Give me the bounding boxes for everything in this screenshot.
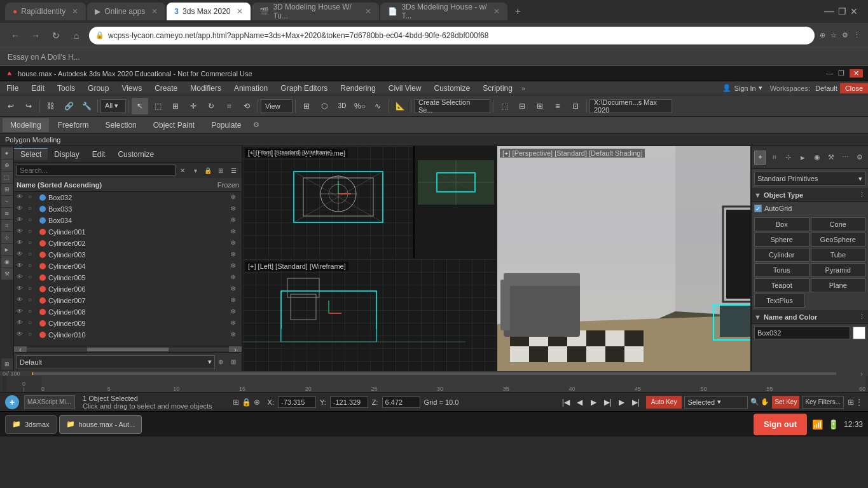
move-button[interactable]: ✛ (185, 98, 202, 114)
keyfilters-button[interactable]: Key Filters... (802, 396, 844, 409)
autokey-button[interactable]: Auto Key (646, 396, 682, 409)
layout-button[interactable]: ⊟ (514, 98, 530, 114)
new-tab-button[interactable]: + (509, 3, 527, 20)
eye-icon[interactable]: 👁 (17, 319, 25, 328)
object-name-input[interactable] (754, 327, 850, 339)
render-icon[interactable]: ○ (28, 330, 37, 339)
render-icon[interactable]: ○ (28, 216, 37, 225)
curve-editor-button[interactable]: ⊡ (567, 98, 584, 114)
name-color-header[interactable]: ▼ Name and Color ⋮ (752, 310, 868, 324)
menu-file[interactable]: File (0, 81, 25, 95)
y-coordinate-input[interactable] (330, 396, 368, 408)
object-type-header[interactable]: ▼ Object Type ⋮ (752, 188, 868, 202)
box-button[interactable]: Box (754, 217, 809, 231)
panel-column-name[interactable]: Name (Sorted Ascending) (17, 181, 117, 189)
setkey-button[interactable]: Set Key (772, 396, 799, 409)
layer-dropdown[interactable]: Default ▾ (17, 355, 215, 369)
extensions-icon[interactable]: ⚙ (842, 31, 848, 39)
eye-icon[interactable]: 👁 (17, 273, 25, 282)
tab-close-3dsmax[interactable]: ✕ (237, 7, 243, 16)
sign-in-button[interactable]: 👤 Sign In ▾ (717, 83, 767, 93)
view-dropdown[interactable]: View (261, 99, 293, 113)
bookmark-item[interactable]: Essay on A Doll's H... (8, 53, 80, 62)
play-selected-button[interactable]: ▶| (602, 396, 614, 409)
eye-icon[interactable]: 👁 (17, 296, 25, 305)
viewport-persp-label[interactable]: [+] [Perspective] [Standard] [Default Sh… (500, 149, 645, 158)
timeline-track[interactable] (32, 372, 836, 375)
sidebar-icon-display[interactable]: ◉ (1, 256, 13, 268)
sub-tab-freeform[interactable]: Freeform (50, 118, 97, 132)
table-row[interactable]: 👁 ○ Box032 ❄ (14, 192, 242, 203)
save-page-icon[interactable]: ⊕ (820, 31, 825, 39)
scroll-left-icon[interactable]: ‹ (14, 346, 27, 353)
table-row[interactable]: 👁 ○ Cylinder010 ❄ (14, 329, 242, 341)
angle-snap-button[interactable]: 📐 (392, 98, 408, 114)
menu-more-icon[interactable]: » (521, 85, 525, 92)
eye-icon[interactable]: 👁 (17, 330, 25, 339)
render-icon[interactable]: ○ (28, 308, 37, 316)
sidebar-icon-hierarchy[interactable]: ⊹ (1, 232, 13, 243)
percent-button[interactable]: %○ (352, 98, 368, 114)
render-icon[interactable]: ○ (28, 273, 37, 282)
menu-views[interactable]: Views (115, 81, 148, 95)
next-frame-button[interactable]: ▶ (616, 396, 628, 409)
taskbar-btn-3dsmax[interactable]: 📁 3dsmax (5, 415, 57, 434)
create-panel-btn[interactable]: ✦ (754, 151, 766, 165)
sign-out-button[interactable]: Sign out (754, 414, 807, 435)
undo-button[interactable]: ↩ (3, 98, 19, 114)
sidebar-icon-shape[interactable]: ⬚ (1, 172, 13, 183)
plane-button[interactable]: Plane (811, 278, 866, 292)
sidebar-icon-helpers[interactable]: ⊞ (1, 184, 13, 195)
tab-close-3d-modeling[interactable]: ✕ (365, 7, 371, 16)
extra-icon-1[interactable]: ⊞ (848, 398, 854, 407)
motion-panel-btn[interactable]: ► (797, 151, 808, 165)
minimize-icon[interactable]: — (824, 6, 834, 17)
eye-icon[interactable]: 👁 (17, 205, 25, 214)
pyramid-button[interactable]: Pyramid (811, 263, 866, 277)
unlink-button[interactable]: 🔗 (60, 98, 77, 114)
panel-more-icon[interactable]: ☰ (228, 165, 239, 176)
autogrid-checkbox[interactable]: ✓ (754, 205, 762, 212)
display-panel-btn[interactable]: ◉ (811, 151, 823, 165)
address-bar[interactable]: 🔒 wcpss-lycaon.cameyo.net/app.html?appNa… (89, 27, 815, 44)
render-icon[interactable]: ○ (28, 250, 37, 259)
render-icon[interactable]: ○ (28, 227, 37, 236)
eye-icon[interactable]: 👁 (17, 239, 25, 248)
menu-civil-view[interactable]: Civil View (382, 81, 428, 95)
viewport-top[interactable]: [+] [Top] [Standard] [Wireframe] (243, 146, 496, 258)
scale-button[interactable]: ⌗ (221, 98, 237, 114)
bind-button[interactable]: 🔧 (78, 98, 95, 114)
scroll-right-icon[interactable]: › (229, 346, 242, 353)
zoom-in-icon[interactable]: 🔍 (750, 398, 759, 406)
tab-close-3ds-modeling-house[interactable]: ✕ (493, 7, 500, 16)
align-button[interactable]: 3D (334, 98, 350, 114)
hierarchy-panel-btn[interactable]: ⊹ (783, 151, 794, 165)
create-selection-dropdown[interactable]: Create Selection Se... (414, 99, 490, 113)
panel-settings-btn[interactable]: ⚙ (854, 151, 865, 165)
standard-primitives-dropdown[interactable]: Standard Primitives ▾ (754, 172, 865, 186)
table-row[interactable]: 👁 ○ Box034 ❄ (14, 215, 242, 226)
menu-modifiers[interactable]: Modifiers (184, 81, 228, 95)
menu-edit[interactable]: Edit (25, 81, 51, 95)
pan-icon[interactable]: ✋ (761, 398, 769, 406)
render-icon[interactable]: ○ (28, 205, 37, 214)
sidebar-icon-systems[interactable]: ≋ (1, 208, 13, 219)
cylinder-button[interactable]: Cylinder (754, 248, 809, 262)
sphere-button[interactable]: Sphere (754, 233, 809, 247)
menu-graph-editors[interactable]: Graph Editors (274, 81, 334, 95)
eye-icon[interactable]: 👁 (17, 227, 25, 236)
bookmark-icon[interactable]: ☆ (830, 31, 837, 39)
filter-dropdown[interactable]: All ▾ (100, 99, 126, 113)
redo-button[interactable]: ↪ (20, 98, 37, 114)
table-row[interactable]: 👁 ○ Cylinder004 ❄ (14, 261, 242, 272)
sidebar-icon-camera[interactable]: ● (1, 147, 13, 159)
prev-frame-button[interactable]: ◀ (574, 396, 586, 409)
table-row[interactable]: 👁 ○ Cylinder008 ❄ (14, 306, 242, 318)
ribbon-button[interactable]: ≡ (549, 98, 566, 114)
forward-button[interactable]: → (28, 28, 43, 43)
object-color-swatch[interactable] (853, 327, 865, 339)
close-window-icon[interactable]: ✕ (850, 6, 858, 17)
tube-button[interactable]: Tube (811, 248, 866, 262)
scrollbar-track-h[interactable] (27, 348, 229, 351)
add-object-button[interactable]: + (5, 395, 19, 409)
